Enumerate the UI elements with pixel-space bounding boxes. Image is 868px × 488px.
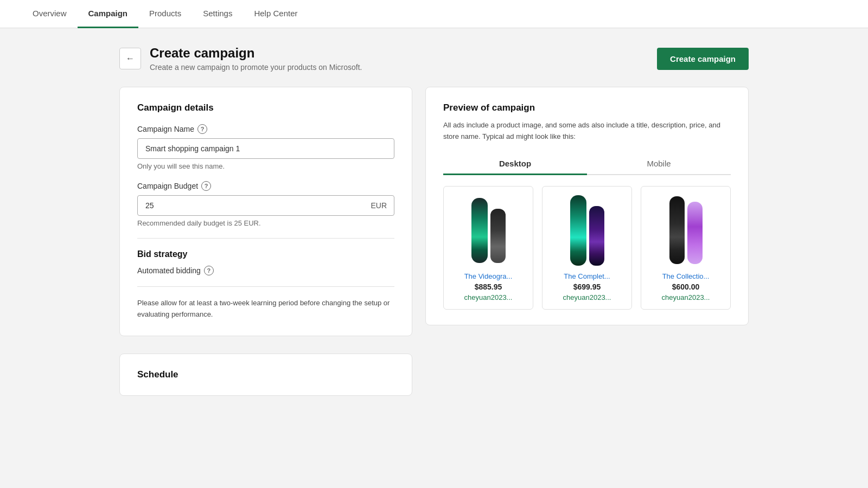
snowboard-visual-3	[669, 196, 703, 264]
preview-card: Preview of campaign All ads include a pr…	[425, 87, 749, 325]
product-card-3: The Collectio... $600.00 cheyuan2023...	[641, 186, 731, 310]
page-header: ← Create campaign Create a new campaign …	[119, 46, 749, 72]
nav-item-products[interactable]: Products	[138, 0, 192, 28]
preview-tabs: Desktop Mobile	[443, 153, 731, 175]
tab-mobile[interactable]: Mobile	[587, 153, 731, 175]
campaign-budget-help-icon[interactable]: ?	[201, 181, 211, 191]
campaign-budget-hint: Recommended daily budget is 25 EUR.	[137, 219, 394, 227]
product-image-1	[450, 195, 526, 266]
page-subtitle: Create a new campaign to promote your pr…	[150, 63, 362, 72]
product-store-3: cheyuan2023...	[648, 293, 724, 301]
nav-item-help-center[interactable]: Help Center	[243, 0, 308, 28]
create-campaign-button[interactable]: Create campaign	[657, 48, 749, 70]
snowboard-visual-2	[570, 195, 604, 266]
back-button[interactable]: ←	[119, 48, 141, 69]
page-title: Create campaign	[150, 46, 362, 61]
automated-bidding-help-icon[interactable]: ?	[204, 266, 214, 275]
preview-description: All ads include a product image, and som…	[443, 120, 731, 143]
page-header-left: ← Create campaign Create a new campaign …	[119, 46, 362, 72]
campaign-budget-label-text: Campaign Budget	[137, 182, 198, 190]
product-card-2: The Complet... $699.95 cheyuan2023...	[542, 186, 632, 310]
nav-item-overview[interactable]: Overview	[22, 0, 78, 28]
product-image-2	[549, 195, 625, 266]
main-layout: Campaign details Campaign Name ? Only yo…	[119, 87, 749, 396]
campaign-budget-input[interactable]	[137, 195, 394, 216]
product-store-1: cheyuan2023...	[450, 293, 526, 301]
schedule-card: Schedule	[119, 354, 412, 396]
right-column: Preview of campaign All ads include a pr…	[425, 87, 749, 325]
top-navigation: Overview Campaign Products Settings Help…	[0, 0, 868, 28]
campaign-name-label-text: Campaign Name	[137, 125, 194, 133]
campaign-name-help-icon[interactable]: ?	[197, 124, 207, 134]
campaign-budget-label: Campaign Budget ?	[137, 181, 394, 191]
page-content: ← Create campaign Create a new campaign …	[54, 28, 814, 413]
currency-label: EUR	[371, 201, 387, 210]
budget-input-wrap: EUR	[137, 195, 394, 216]
product-price-2: $699.95	[549, 282, 625, 291]
divider-2	[137, 286, 394, 287]
bid-strategy-title: Bid strategy	[137, 249, 394, 259]
product-price-1: $885.95	[450, 282, 526, 291]
automated-bidding-row: Automated bidding ?	[137, 266, 394, 275]
tab-desktop[interactable]: Desktop	[443, 153, 587, 175]
product-grid: The Videogra... $885.95 cheyuan2023... T	[443, 186, 731, 310]
nav-item-settings[interactable]: Settings	[192, 0, 243, 28]
campaign-name-input[interactable]	[137, 138, 394, 159]
product-name-1: The Videogra...	[450, 272, 526, 280]
preview-title: Preview of campaign	[443, 102, 731, 113]
product-image-3	[648, 195, 724, 266]
campaign-name-hint: Only you will see this name.	[137, 162, 394, 170]
page-title-block: Create campaign Create a new campaign to…	[150, 46, 362, 72]
campaign-details-title: Campaign details	[137, 102, 394, 113]
learning-period-notice: Please allow for at least a two-week lea…	[137, 298, 394, 320]
product-price-3: $600.00	[648, 282, 724, 291]
campaign-name-field-group: Campaign Name ? Only you will see this n…	[137, 124, 394, 170]
snowboard-visual-1	[471, 198, 506, 263]
campaign-name-label: Campaign Name ?	[137, 124, 394, 134]
product-name-3: The Collectio...	[648, 272, 724, 280]
divider-1	[137, 238, 394, 239]
product-name-2: The Complet...	[549, 272, 625, 280]
automated-bidding-label: Automated bidding	[137, 266, 201, 275]
campaign-details-card: Campaign details Campaign Name ? Only yo…	[119, 87, 412, 336]
nav-item-campaign[interactable]: Campaign	[78, 0, 139, 28]
schedule-title: Schedule	[137, 369, 394, 380]
left-column: Campaign details Campaign Name ? Only yo…	[119, 87, 412, 396]
product-store-2: cheyuan2023...	[549, 293, 625, 301]
product-card-1: The Videogra... $885.95 cheyuan2023...	[443, 186, 533, 310]
campaign-budget-field-group: Campaign Budget ? EUR Recommended daily …	[137, 181, 394, 227]
